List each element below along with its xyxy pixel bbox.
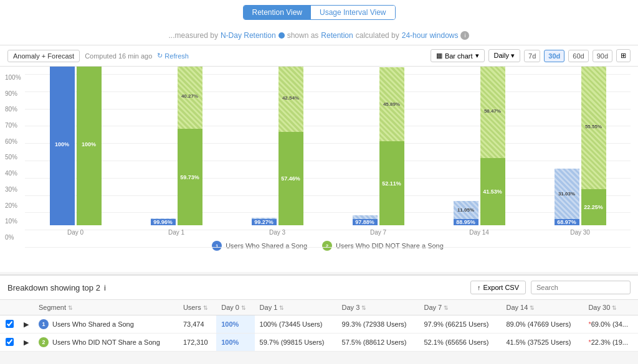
day-3-bars: 99.27% 42.54% 57.46% [252, 67, 303, 225]
th-day30[interactable]: Day 30⇅ [583, 300, 638, 315]
row2-day30: *22.3% (19... [583, 334, 638, 352]
row2-segment-name: Users Who DID NOT Share a Song [52, 338, 160, 346]
row2-expand[interactable]: ▶ [19, 334, 34, 352]
th-users-label: Users [183, 304, 201, 311]
th-day3-label: Day 3 [342, 304, 360, 311]
breakdown-header: Breakdown showing top 2 i ↑ Export CSV [0, 276, 638, 300]
th-checkbox [0, 300, 19, 315]
info-icon[interactable]: i [460, 31, 469, 40]
row1-day30-val: 69.0% (34... [591, 320, 628, 328]
anomaly-forecast-button[interactable]: Anomaly + Forecast [7, 50, 80, 62]
sort-day0-icon: ⇅ [241, 305, 246, 311]
day-0-bars: 0% 100% 0% 100% [50, 67, 102, 225]
y-0: 0% [5, 234, 21, 241]
refresh-label: Refresh [164, 52, 189, 60]
day-1-blue-bar[interactable]: 99.96% [151, 219, 176, 225]
row2-checkbox-cell[interactable] [0, 334, 19, 352]
day-3-green-bar[interactable]: 57.46% [279, 132, 303, 225]
y-20: 20% [5, 202, 21, 209]
y-70: 70% [5, 122, 21, 129]
day-30-blue-bar[interactable]: 68.97% [555, 219, 579, 225]
usage-interval-view-tab[interactable]: Usage Interval View [311, 6, 395, 19]
row1-checkbox-cell[interactable] [0, 315, 19, 334]
day-0-green-bar[interactable]: 100% [77, 67, 102, 225]
calculated-by-label: calculated by [356, 31, 399, 40]
day-7-green-bar[interactable]: 52.11% [379, 141, 404, 225]
legend-item-2: 2 Users Who DID NOT Share a Song [322, 241, 444, 251]
th-day14[interactable]: Day 14⇅ [501, 300, 583, 315]
day-30-green-bar[interactable]: 22.25% [581, 189, 606, 225]
y-80: 80% [5, 106, 21, 113]
sort-users-icon: ⇅ [203, 305, 208, 311]
chart-type-button[interactable]: ▦ Bar chart ▾ [431, 49, 485, 62]
sort-day14-icon: ⇅ [530, 305, 535, 311]
retention-link[interactable]: Retention [321, 31, 353, 40]
day-14-green-bar[interactable]: 41.53% [480, 158, 505, 225]
day-1-blue-col: 0.04% 99.96% [151, 217, 176, 225]
th-segment-label: Segment [39, 304, 66, 311]
90d-button[interactable]: 90d [593, 50, 612, 62]
day-30-group: 31.03% 68.97% 55.55% 22.25% Day 30 [530, 67, 631, 236]
th-day1[interactable]: Day 1⇅ [255, 300, 337, 315]
n-day-retention-link[interactable]: N-Day Retention [221, 31, 276, 40]
day-14-label: Day 14 [469, 229, 489, 236]
day-30-bars: 31.03% 68.97% 55.55% 22.25% [555, 67, 606, 225]
row2-checkbox[interactable] [6, 338, 14, 346]
day-3-green-hatch: 42.54% [279, 67, 303, 132]
row2-day3: 57.5% (88612 Users) [337, 334, 419, 352]
th-users[interactable]: Users⇅ [178, 300, 216, 315]
row1-expand[interactable]: ▶ [19, 315, 34, 334]
y-axis: 100% 90% 80% 70% 60% 50% 40% 30% 20% 10%… [5, 74, 21, 241]
search-input[interactable] [531, 281, 631, 294]
refresh-button[interactable]: ↻ Refresh [157, 52, 189, 60]
export-icon: ↑ [477, 284, 481, 291]
day-3-label: Day 3 [269, 229, 285, 236]
windows-link[interactable]: 24-hour windows [402, 31, 459, 40]
60d-button[interactable]: 60d [568, 50, 588, 62]
export-csv-button[interactable]: ↑ Export CSV [470, 281, 526, 294]
row2-day7: 52.1% (65656 Users) [419, 334, 501, 352]
row1-day0-pct: 100% [221, 320, 239, 328]
y-40: 40% [5, 170, 21, 177]
th-day7[interactable]: Day 7⇅ [419, 300, 501, 315]
legend-1-label: Users Who Shared a Song [226, 242, 307, 250]
breakdown-info-icon[interactable]: i [104, 283, 106, 292]
th-day3[interactable]: Day 3⇅ [337, 300, 419, 315]
computed-text: Computed 16 min ago [85, 52, 152, 60]
day-0-group: 0% 100% 0% 100% Day 0 [25, 67, 126, 236]
top-bar: Retention View Usage Interval View ...me… [0, 0, 638, 45]
shown-as-label: shown as [287, 31, 319, 40]
day-3-blue-bar[interactable]: 99.27% [252, 219, 277, 225]
7d-button[interactable]: 7d [524, 50, 540, 62]
export-icon-button[interactable]: ⊞ [616, 49, 631, 62]
day-0-blue-bar[interactable]: 100% [50, 67, 75, 225]
row2-day14: 41.5% (37525 Users) [501, 334, 583, 352]
day-14-blue-col: 11.05% 88.95% [454, 201, 478, 225]
day-1-green-bar[interactable]: 59.73% [178, 129, 202, 225]
day-30-green-hatch: 55.55% [581, 67, 606, 189]
row1-checkbox[interactable] [6, 320, 14, 328]
breakdown-title: Breakdown showing top 2 i [7, 283, 106, 292]
day-7-green-hatch: 45.89% [379, 67, 404, 141]
toolbar: Anomaly + Forecast Computed 16 min ago ↻… [0, 45, 638, 67]
legend-2-label: Users Who DID NOT Share a Song [336, 242, 444, 250]
retention-view-tab[interactable]: Retention View [244, 6, 312, 19]
row1-day0: 100% [216, 315, 254, 334]
30d-button[interactable]: 30d [544, 50, 564, 62]
day-0-label: Day 0 [67, 229, 83, 236]
th-day0[interactable]: Day 0⇅ [216, 300, 254, 315]
row1-segment: 1 Users Who Shared a Song [34, 315, 178, 334]
day-14-blue-bar[interactable]: 88.95% [454, 219, 478, 225]
day-7-blue-bar[interactable]: 97.88% [353, 219, 378, 225]
th-segment[interactable]: Segment⇅ [34, 300, 178, 315]
period-label: Daily [494, 52, 509, 59]
day-7-bars: 97.88% 45.89% 52.11% [353, 67, 404, 225]
sort-segment-icon: ⇅ [68, 305, 73, 311]
row1-segment-cell: 1 Users Who Shared a Song [39, 319, 173, 329]
table-row: ▶ 1 Users Who Shared a Song 73,474 100% … [0, 315, 638, 334]
row1-day30: *69.0% (34... [583, 315, 638, 334]
bars-container: 0% 100% 0% 100% Day 0 0.04% 99.96% 40.2 [25, 74, 631, 236]
y-60: 60% [5, 138, 21, 145]
th-day0-label: Day 0 [221, 304, 239, 311]
period-button[interactable]: Daily ▾ [488, 49, 521, 62]
